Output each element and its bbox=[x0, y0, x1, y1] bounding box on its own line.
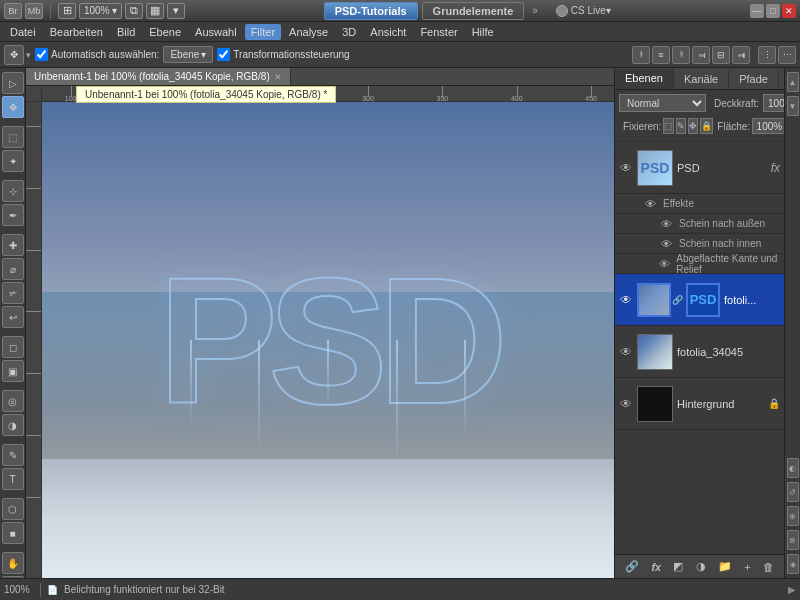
effects-vis[interactable]: 👁 bbox=[643, 197, 657, 211]
path-selection-tool[interactable]: ⬡ bbox=[2, 498, 24, 520]
hintergrund-lock-icon: 🔒 bbox=[768, 398, 780, 409]
bridge-icon[interactable]: Br bbox=[4, 3, 22, 19]
grundelemente-tab[interactable]: Grundelemente bbox=[422, 2, 525, 20]
strip-btn-2[interactable]: ▼ bbox=[787, 96, 799, 116]
layer-psd[interactable]: 👁 PSD PSD fx bbox=[615, 142, 784, 194]
selection-tool[interactable]: ▷ bbox=[2, 72, 24, 94]
eyedropper-tool[interactable]: ✒ bbox=[2, 204, 24, 226]
menu-analyse[interactable]: Analyse bbox=[283, 24, 334, 40]
clone-tool[interactable]: ✃ bbox=[2, 282, 24, 304]
shape-tool[interactable]: ■ bbox=[2, 522, 24, 544]
heal-tool[interactable]: ✚ bbox=[2, 234, 24, 256]
align-bottom-btn[interactable]: ⫥ bbox=[732, 46, 750, 64]
add-mask-btn[interactable]: ◩ bbox=[669, 560, 687, 573]
new-layer-btn[interactable]: + bbox=[740, 561, 754, 573]
menu-filter[interactable]: Filter bbox=[245, 24, 281, 40]
menu-hilfe[interactable]: Hilfe bbox=[466, 24, 500, 40]
align-top-btn[interactable]: ⫤ bbox=[692, 46, 710, 64]
menu-bearbeiten[interactable]: Bearbeiten bbox=[44, 24, 109, 40]
statusbar-arrow[interactable]: ▶ bbox=[788, 584, 796, 595]
maximize-button[interactable]: □ bbox=[766, 4, 780, 18]
menu-fenster[interactable]: Fenster bbox=[414, 24, 463, 40]
crop-tool[interactable]: ⊹ bbox=[2, 180, 24, 202]
layer-hintergrund[interactable]: 👁 Hintergrund 🔒 bbox=[615, 378, 784, 430]
layer-vis-fotolia[interactable]: 👁 bbox=[619, 345, 633, 359]
arrange-icon[interactable]: ⧉ bbox=[125, 3, 143, 19]
fx-btn[interactable]: fx bbox=[647, 561, 665, 573]
lock-position-btn[interactable]: ✥ bbox=[688, 118, 698, 134]
close-button[interactable]: ✕ bbox=[782, 4, 796, 18]
layer-fotolia-combined[interactable]: 👁 🔗 PSD fotoli... bbox=[615, 274, 784, 326]
align-left-btn[interactable]: ⫲ bbox=[632, 46, 650, 64]
psd-tutorials-tab[interactable]: PSD-Tutorials bbox=[324, 2, 418, 20]
layer-fotolia-34045[interactable]: 👁 fotolia_34045 bbox=[615, 326, 784, 378]
effect-schein-aussen: 👁 Schein nach außen bbox=[615, 214, 784, 234]
menu-ebene[interactable]: Ebene bbox=[143, 24, 187, 40]
magic-wand-tool[interactable]: ✦ bbox=[2, 150, 24, 172]
strip-btn-5[interactable]: ⊕ bbox=[787, 506, 799, 526]
doc-tab-1[interactable]: Unbenannt-1 bei 100% (fotolia_34045 Kopi… bbox=[26, 68, 291, 85]
schein-aussen-vis[interactable]: 👁 bbox=[659, 217, 673, 231]
layer-name-psd: PSD bbox=[677, 162, 767, 174]
strip-btn-4[interactable]: ↺ bbox=[787, 482, 799, 502]
layer-select-dropdown[interactable]: Ebene ▾ bbox=[163, 46, 213, 63]
tab-kanaele[interactable]: Kanäle bbox=[674, 70, 729, 88]
layout-icon[interactable]: ▦ bbox=[146, 3, 164, 19]
strip-btn-7[interactable]: ◈ bbox=[787, 554, 799, 574]
lasso-tool[interactable]: ⬚ bbox=[2, 126, 24, 148]
layer-mode-select[interactable]: Normal Multiplizieren Abblenden bbox=[619, 94, 706, 112]
doc-tab-close[interactable]: ✕ bbox=[274, 72, 282, 82]
move-tool-btn[interactable]: ✥ bbox=[4, 45, 24, 65]
minibrige-icon[interactable]: Mb bbox=[25, 3, 43, 19]
menu-ansicht[interactable]: Ansicht bbox=[364, 24, 412, 40]
dist1-btn[interactable]: ⋮ bbox=[758, 46, 776, 64]
delete-layer-btn[interactable]: 🗑 bbox=[759, 561, 778, 573]
gradient-tool[interactable]: ▣ bbox=[2, 360, 24, 382]
align-right-btn[interactable]: ⫳ bbox=[672, 46, 690, 64]
transform-checkbox[interactable]: Transformationssteuerung bbox=[217, 48, 349, 61]
tab-ebenen[interactable]: Ebenen bbox=[615, 69, 674, 89]
layer-vis-fotolia-combined[interactable]: 👁 bbox=[619, 293, 633, 307]
zoom2-icon[interactable]: ▾ bbox=[167, 3, 185, 19]
layer-vis-psd[interactable]: 👁 bbox=[619, 161, 633, 175]
lock-all-btn[interactable]: 🔒 bbox=[700, 118, 713, 134]
menu-3d[interactable]: 3D bbox=[336, 24, 362, 40]
align-middle-btn[interactable]: ⊟ bbox=[712, 46, 730, 64]
zoom-control[interactable]: 100% ▾ bbox=[79, 3, 122, 19]
strip-btn-6[interactable]: ⊗ bbox=[787, 530, 799, 550]
auto-select-checkbox[interactable]: Automatisch auswählen: bbox=[35, 48, 159, 61]
strip-btn-3[interactable]: ◐ bbox=[787, 458, 799, 478]
view-icon[interactable]: ⊞ bbox=[58, 3, 76, 19]
lock-transparent-btn[interactable]: ⬚ bbox=[663, 118, 674, 134]
transform-input[interactable] bbox=[217, 48, 230, 61]
pen-tool[interactable]: ✎ bbox=[2, 444, 24, 466]
strip-btn-1[interactable]: ▲ bbox=[787, 72, 799, 92]
dist2-btn[interactable]: ⋯ bbox=[778, 46, 796, 64]
eraser-tool[interactable]: ◻ bbox=[2, 336, 24, 358]
zoom-tool[interactable]: 🔍 bbox=[2, 576, 24, 578]
link-layers-btn[interactable]: 🔗 bbox=[621, 560, 643, 573]
menu-auswahl[interactable]: Auswahl bbox=[189, 24, 243, 40]
align-center-btn[interactable]: ≡ bbox=[652, 46, 670, 64]
tab-pfade[interactable]: Pfade bbox=[729, 70, 779, 88]
lock-image-btn[interactable]: ✎ bbox=[676, 118, 686, 134]
blur-tool[interactable]: ◎ bbox=[2, 390, 24, 412]
text-tool[interactable]: T bbox=[2, 468, 24, 490]
abgeflachte-kante-vis[interactable]: 👁 bbox=[659, 257, 670, 271]
adjustment-btn[interactable]: ◑ bbox=[692, 560, 710, 573]
brush-tool[interactable]: ⌀ bbox=[2, 258, 24, 280]
new-group-btn[interactable]: 📁 bbox=[714, 560, 736, 573]
layer-vis-hintergrund[interactable]: 👁 bbox=[619, 397, 633, 411]
more-tabs-icon[interactable]: » bbox=[528, 5, 542, 16]
canvas-content[interactable]: PSD bbox=[42, 102, 614, 578]
auto-select-input[interactable] bbox=[35, 48, 48, 61]
dodge-tool[interactable]: ◑ bbox=[2, 414, 24, 436]
menu-datei[interactable]: Datei bbox=[4, 24, 42, 40]
minimize-button[interactable]: — bbox=[750, 4, 764, 18]
move-tool[interactable]: ✥ bbox=[2, 96, 24, 118]
schein-innen-vis[interactable]: 👁 bbox=[659, 237, 673, 251]
history-tool[interactable]: ↩ bbox=[2, 306, 24, 328]
menu-bild[interactable]: Bild bbox=[111, 24, 141, 40]
hand-tool[interactable]: ✋ bbox=[2, 552, 24, 574]
cs-live-label[interactable]: CS Live▾ bbox=[571, 5, 611, 16]
